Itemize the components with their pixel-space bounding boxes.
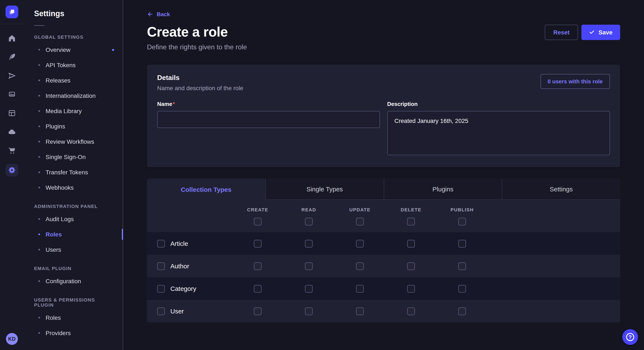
tab-plugins[interactable]: Plugins <box>384 178 502 200</box>
sidebar-item-single-sign-on[interactable]: Single Sign-On <box>34 149 116 165</box>
row-select-checkbox[interactable] <box>157 285 165 292</box>
back-arrow-icon <box>147 11 153 17</box>
permissions-column-header: CREATE <box>232 207 283 225</box>
row-select-checkbox[interactable] <box>157 262 165 270</box>
select-all-publish-checkbox[interactable] <box>458 218 466 225</box>
article-update-checkbox[interactable] <box>356 240 364 247</box>
category-create-checkbox[interactable] <box>254 285 262 292</box>
sidebar-item-label: Webhooks <box>46 184 74 191</box>
cloud-icon[interactable] <box>6 126 18 137</box>
permission-cell <box>232 307 283 315</box>
sidebar-title-divider <box>34 25 44 26</box>
row-select-checkbox[interactable] <box>157 240 165 247</box>
select-all-update-checkbox[interactable] <box>356 218 364 225</box>
sidebar-item-plugins[interactable]: Plugins <box>34 119 116 134</box>
description-textarea[interactable]: Created January 16th, 2025 <box>387 111 610 155</box>
select-all-delete-checkbox[interactable] <box>407 218 415 225</box>
permission-cell <box>386 262 436 270</box>
author-update-checkbox[interactable] <box>356 262 364 270</box>
permissions-row-user: User <box>147 300 620 322</box>
bullet-icon <box>38 95 40 97</box>
help-icon: ? <box>626 333 634 341</box>
sidebar-item-label: Plugins <box>46 123 65 130</box>
paper-plane-icon[interactable] <box>6 70 18 81</box>
permissions-panel: CREATE READ UPDATE DELETE PUBLISH Articl… <box>147 200 620 322</box>
tab-settings[interactable]: Settings <box>502 178 620 200</box>
required-asterisk: * <box>173 101 175 107</box>
user-read-checkbox[interactable] <box>305 307 313 315</box>
marketplace-cart-icon[interactable] <box>6 145 18 156</box>
sidebar-item-label: Overview <box>46 46 70 53</box>
select-all-read-checkbox[interactable] <box>305 218 313 225</box>
page-title: Create a role <box>147 24 228 40</box>
feather-pen-icon[interactable] <box>6 51 18 62</box>
sidebar-item-internationalization[interactable]: Internationalization <box>34 88 116 103</box>
tab-single-types[interactable]: Single Types <box>265 178 384 200</box>
permission-cell <box>283 262 334 270</box>
article-create-checkbox[interactable] <box>254 240 262 247</box>
nav-rail: KD <box>0 0 24 350</box>
back-link[interactable]: Back <box>147 11 170 17</box>
select-all-create-checkbox[interactable] <box>254 218 262 225</box>
name-input[interactable] <box>157 111 380 128</box>
column-header-label: DELETE <box>400 207 421 212</box>
description-field-group: Description Created January 16th, 2025 <box>387 100 610 157</box>
sidebar-item-api-tokens[interactable]: API Tokens <box>34 57 116 73</box>
author-read-checkbox[interactable] <box>305 262 313 270</box>
settings-gear-icon[interactable] <box>6 164 18 176</box>
sidebar-item-users[interactable]: Users <box>34 242 116 257</box>
strapi-logo-icon[interactable] <box>6 5 18 18</box>
user-delete-checkbox[interactable] <box>407 307 415 315</box>
sidebar-section-label: EMAIL PLUGIN <box>34 266 116 271</box>
permissions-section: Collection TypesSingle TypesPluginsSetti… <box>147 178 620 322</box>
sidebar-item-releases[interactable]: Releases <box>34 73 116 88</box>
sidebar-item-roles[interactable]: Roles <box>34 310 116 325</box>
author-create-checkbox[interactable] <box>254 262 262 270</box>
sidebar-item-label: Users <box>46 246 61 253</box>
sidebar-item-transfer-tokens[interactable]: Transfer Tokens <box>34 165 116 180</box>
sidebar-item-overview[interactable]: Overview <box>34 42 116 57</box>
layout-panel-icon[interactable] <box>6 108 18 118</box>
reset-button[interactable]: Reset <box>545 24 578 40</box>
author-delete-checkbox[interactable] <box>407 262 415 270</box>
permission-cell <box>386 240 436 247</box>
bullet-icon <box>38 110 40 112</box>
category-update-checkbox[interactable] <box>356 285 364 292</box>
media-library-icon[interactable] <box>6 89 18 100</box>
sidebar-item-configuration[interactable]: Configuration <box>34 273 116 289</box>
save-button[interactable]: Save <box>582 24 620 40</box>
category-delete-checkbox[interactable] <box>407 285 415 292</box>
sidebar-item-label: Internationalization <box>46 92 96 99</box>
tab-collection-types[interactable]: Collection Types <box>147 178 265 200</box>
help-button[interactable]: ? <box>622 329 638 345</box>
sidebar-item-roles[interactable]: Roles <box>34 227 116 242</box>
row-select-checkbox[interactable] <box>157 307 165 315</box>
content-type-label: User <box>170 308 184 315</box>
save-label: Save <box>599 29 612 35</box>
permission-cell <box>334 240 386 247</box>
sidebar-item-audit-logs[interactable]: Audit Logs <box>34 211 116 227</box>
author-publish-checkbox[interactable] <box>458 262 466 270</box>
user-avatar[interactable]: KD <box>6 333 18 345</box>
user-create-checkbox[interactable] <box>254 307 262 315</box>
article-publish-checkbox[interactable] <box>458 240 466 247</box>
details-title: Details <box>157 74 244 82</box>
sidebar-item-media-library[interactable]: Media Library <box>34 103 116 119</box>
category-publish-checkbox[interactable] <box>458 285 466 292</box>
permission-cell <box>386 307 436 315</box>
users-with-role-button[interactable]: 0 users with this role <box>540 74 610 89</box>
sidebar-section-label: USERS & PERMISSIONS PLUGIN <box>34 297 116 308</box>
permission-cell <box>436 240 488 247</box>
sidebar-item-webhooks[interactable]: Webhooks <box>34 180 116 195</box>
permissions-column-header: UPDATE <box>334 207 386 225</box>
sidebar-item-providers[interactable]: Providers <box>34 325 116 341</box>
permissions-column-header: READ <box>283 207 334 225</box>
category-read-checkbox[interactable] <box>305 285 313 292</box>
user-update-checkbox[interactable] <box>356 307 364 315</box>
home-icon[interactable] <box>6 33 18 43</box>
article-read-checkbox[interactable] <box>305 240 313 247</box>
article-delete-checkbox[interactable] <box>407 240 415 247</box>
sidebar-item-review-workflows[interactable]: Review Workflows <box>34 134 116 149</box>
check-icon <box>589 29 595 35</box>
user-publish-checkbox[interactable] <box>458 307 466 315</box>
